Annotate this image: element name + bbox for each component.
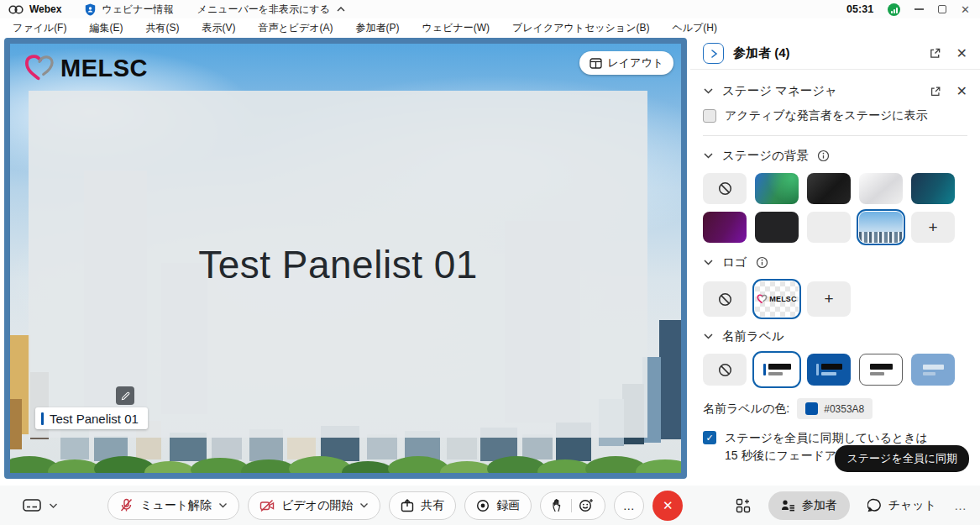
more-options-button[interactable]: … [614,491,644,520]
name-label-style-bar-thumb-selected[interactable] [755,354,799,386]
background-none-thumb[interactable] [703,173,747,204]
webex-logo-icon [8,4,24,15]
active-speaker-checkbox[interactable] [703,109,716,123]
captions-control[interactable] [23,498,58,512]
chevron-down-icon[interactable] [703,152,714,160]
collapse-panel-button[interactable] [703,43,724,64]
chevron-down-icon[interactable] [359,502,369,508]
name-label-color-label: 名前ラベルの色: [703,402,789,417]
start-video-label: ビデオの開始 [281,498,353,513]
apps-icon[interactable] [736,498,751,513]
hide-menubar[interactable]: メニューバーを非表示にする [197,3,346,17]
stage-area: Test Panelist 01 MELSC レイアウト Te [4,38,687,479]
chat-button[interactable]: チャット [867,498,936,513]
chevron-down-icon[interactable] [703,259,714,266]
call-controls: ミュート解除 ビデオの開始 共有 [107,491,683,521]
menu-participants[interactable]: 参加者(P) [356,21,400,35]
sync-stage-button[interactable]: ステージを全員に同期 [835,445,969,472]
chevron-up-icon [336,6,346,13]
minimize-button[interactable] [914,8,924,10]
shield-icon [85,3,96,16]
background-gray-thumb[interactable] [807,212,851,243]
info-icon[interactable] [817,150,830,162]
leave-meeting-button[interactable]: ✕ [652,491,683,521]
webex-brand: Webex [8,3,61,15]
active-speaker-option[interactable]: アクティブな発言者をステージに表示 [690,107,980,135]
share-button[interactable]: 共有 [389,491,456,520]
restore-button[interactable] [938,5,946,13]
layout-button-label: レイアウト [607,55,663,71]
menu-file[interactable]: ファイル(F) [13,21,66,35]
more-icon: … [623,499,636,512]
background-charcoal-thumb[interactable] [755,212,799,243]
close-stage-manager-button[interactable]: ✕ [956,85,967,98]
window-close-button[interactable]: ✕ [961,4,970,15]
unmute-button[interactable]: ミュート解除 [107,491,239,520]
name-label-section-title: 名前ラベル [722,328,784,344]
name-label-section-header: 名前ラベル [690,317,980,352]
sync-fadeout-option[interactable]: ✓ ステージを全員に同期しているときは [690,421,980,446]
record-button[interactable]: 録画 [464,491,532,520]
participants-toggle-button[interactable]: 参加者 [768,491,850,520]
more-panels-button[interactable]: … [954,498,967,512]
close-panel-button[interactable]: ✕ [956,47,967,60]
mic-muted-icon [119,498,134,512]
name-label-style-blue-thumb[interactable] [807,354,851,386]
background-teal-thumb[interactable] [911,173,955,204]
titlebar: Webex ウェビナー情報 メニューバーを非表示にする 05:31 ✕ [0,0,980,18]
sync-fadeout-label-line1: ステージを全員に同期しているときは [725,431,928,446]
chevron-down-icon[interactable] [703,87,714,95]
name-label-text: Test Panelist 01 [50,412,139,426]
reactions-icon[interactable] [579,498,594,512]
add-logo-button[interactable]: + [807,281,851,317]
name-label-style-outline-thumb[interactable] [859,354,903,386]
name-label-none-thumb[interactable] [703,354,747,386]
logo-melsc-thumb-selected[interactable]: MELSC [755,281,799,317]
background-city-thumb-selected[interactable] [859,212,903,243]
participants-panel: 参加者 (4) ✕ ステージ マネージャ ✕ アクティブな発言者をス [690,38,980,480]
color-swatch [805,402,818,415]
webinar-info[interactable]: ウェビナー情報 [85,3,173,17]
background-light-thumb[interactable] [859,173,903,204]
menu-audio-video[interactable]: 音声とビデオ(A) [258,21,333,35]
name-label-accent-bar [41,412,44,425]
stage-manager-header: ステージ マネージャ ✕ [690,70,980,107]
background-dark-thumb[interactable] [807,173,851,204]
chevron-down-icon[interactable] [703,333,714,340]
chevron-down-icon[interactable] [218,502,228,508]
popout-panel-icon[interactable] [929,47,941,60]
add-background-button[interactable]: + [911,212,955,243]
logo-thumb-text: MELSC [769,295,797,303]
plus-icon: + [824,290,833,308]
app-title: Webex [29,3,61,15]
background-green-thumb[interactable] [755,173,799,204]
stage-background-header: ステージの背景 [690,136,980,171]
unmute-label: ミュート解除 [140,498,212,513]
name-label-color-picker[interactable]: #0353A8 [797,398,873,419]
webinar-info-label: ウェビナー情報 [102,3,173,17]
info-icon[interactable] [756,256,768,269]
stage-name-label[interactable]: Test Panelist 01 [35,407,148,429]
menu-breakout[interactable]: ブレイクアウトセッション(B) [512,21,649,35]
start-video-button[interactable]: ビデオの開始 [248,491,380,520]
popout-stage-manager-icon[interactable] [930,86,941,97]
stage-logo: MELSC [24,54,148,82]
logo-none-thumb[interactable] [703,281,747,317]
raise-hand-icon[interactable] [552,498,564,512]
menubar: ファイル(F) 編集(E) 共有(S) 表示(V) 音声とビデオ(A) 参加者(… [0,18,980,37]
participant-display-name: Test Panelist 01 [198,242,478,287]
menu-webinar[interactable]: ウェビナー(W) [422,21,490,35]
connection-status-icon[interactable] [888,3,900,16]
menu-help[interactable]: ヘルプ(H) [672,21,717,35]
stage-manager-title: ステージ マネージャ [722,83,837,99]
menu-share[interactable]: 共有(S) [145,21,179,35]
name-label-style-soft-thumb[interactable] [911,354,955,386]
background-purple-thumb[interactable] [703,212,747,243]
menu-view[interactable]: 表示(V) [202,21,235,35]
chevron-down-icon[interactable] [49,502,58,508]
menu-edit[interactable]: 編集(E) [89,21,123,35]
name-label-styles [690,352,980,386]
layout-button[interactable]: レイアウト [579,51,673,75]
edit-name-label-button[interactable] [116,386,134,405]
sync-fadeout-checkbox[interactable]: ✓ [703,431,716,444]
